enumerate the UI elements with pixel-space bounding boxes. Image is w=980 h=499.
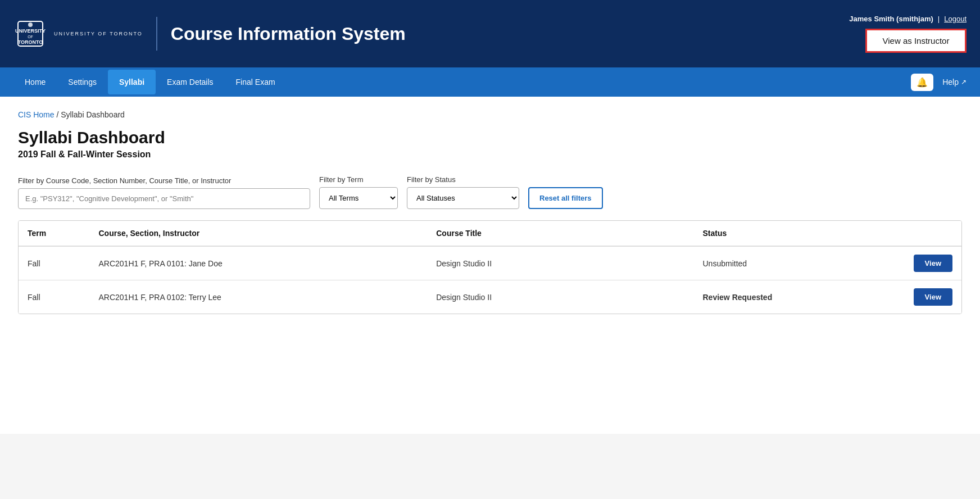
row-action: View xyxy=(872,246,961,280)
reset-filters-button[interactable]: Reset all filters xyxy=(528,187,603,209)
table-row: Fall ARC201H1 F, PRA 0101: Jane Doe Desi… xyxy=(19,246,961,280)
user-area: James Smith (smithjam) | Logout View as … xyxy=(849,15,967,53)
status-filter-select[interactable]: All Statuses Unsubmitted Review Requeste… xyxy=(407,187,519,209)
university-logo: UNIVERSITY OF TORONTO UNIVERSITY OF TORO… xyxy=(13,17,157,51)
row-term: Fall xyxy=(19,246,89,280)
breadcrumb: CIS Home / Syllabi Dashboard xyxy=(18,110,962,119)
filter-row: Filter by Course Code, Section Number, C… xyxy=(18,175,962,209)
table-body: Fall ARC201H1 F, PRA 0101: Jane Doe Desi… xyxy=(19,246,961,314)
col-header-course: Course, Section, Instructor xyxy=(89,221,427,246)
row-course: ARC201H1 F, PRA 0102: Terry Lee xyxy=(89,280,427,314)
syllabi-table-container: Term Course, Section, Instructor Course … xyxy=(18,220,962,314)
table-header-row: Term Course, Section, Instructor Course … xyxy=(19,221,961,246)
col-header-title: Course Title xyxy=(427,221,693,246)
bell-icon: 🔔 xyxy=(917,77,928,88)
row-action: View xyxy=(872,280,961,314)
col-header-term: Term xyxy=(19,221,89,246)
nav-right: 🔔 Help ↗ xyxy=(911,74,967,91)
svg-point-4 xyxy=(28,22,33,27)
nav-items: Home Settings Syllabi Exam Details Final… xyxy=(13,70,911,94)
row-title: Design Studio II xyxy=(427,280,693,314)
svg-text:OF: OF xyxy=(28,35,33,39)
row-term: Fall xyxy=(19,280,89,314)
status-filter-group: Filter by Status All Statuses Unsubmitte… xyxy=(407,175,519,209)
view-button-row1[interactable]: View xyxy=(914,288,952,306)
page-header: UNIVERSITY OF TORONTO UNIVERSITY OF TORO… xyxy=(0,0,980,67)
term-filter-group: Filter by Term All Terms Fall Winter Sum… xyxy=(319,175,398,209)
separator: | xyxy=(938,15,940,23)
search-filter-label: Filter by Course Code, Section Number, C… xyxy=(18,176,310,185)
table-row: Fall ARC201H1 F, PRA 0102: Terry Lee Des… xyxy=(19,280,961,314)
help-label: Help xyxy=(942,78,959,87)
nav-item-syllabi[interactable]: Syllabi xyxy=(108,70,156,94)
syllabi-table: Term Course, Section, Instructor Course … xyxy=(19,221,961,314)
page-title: Syllabi Dashboard xyxy=(18,128,962,147)
search-input[interactable] xyxy=(18,188,310,209)
main-content: CIS Home / Syllabi Dashboard Syllabi Das… xyxy=(0,97,980,434)
system-title: Course Information System xyxy=(171,24,849,44)
help-link[interactable]: Help ↗ xyxy=(942,78,967,87)
main-nav: Home Settings Syllabi Exam Details Final… xyxy=(0,67,980,97)
term-filter-label: Filter by Term xyxy=(319,175,398,184)
breadcrumb-current: Syllabi Dashboard xyxy=(61,110,125,119)
user-info: James Smith (smithjam) | Logout xyxy=(849,15,967,23)
search-filter-group: Filter by Course Code, Section Number, C… xyxy=(18,176,310,209)
page-subtitle: 2019 Fall & Fall-Winter Session xyxy=(18,149,962,160)
nav-item-settings[interactable]: Settings xyxy=(57,70,108,94)
row-course: ARC201H1 F, PRA 0101: Jane Doe xyxy=(89,246,427,280)
row-status: Unsubmitted xyxy=(694,246,872,280)
row-title: Design Studio II xyxy=(427,246,693,280)
status-filter-label: Filter by Status xyxy=(407,175,519,184)
term-filter-select[interactable]: All Terms Fall Winter Summer xyxy=(319,187,398,209)
nav-item-exam-details[interactable]: Exam Details xyxy=(156,70,224,94)
external-link-icon: ↗ xyxy=(961,78,967,86)
notifications-button[interactable]: 🔔 xyxy=(911,74,933,91)
uoft-logo-icon: UNIVERSITY OF TORONTO xyxy=(13,17,47,51)
nav-item-home[interactable]: Home xyxy=(13,70,57,94)
breadcrumb-home[interactable]: CIS Home xyxy=(18,110,55,119)
col-header-action xyxy=(872,221,961,246)
nav-item-final-exam[interactable]: Final Exam xyxy=(225,70,287,94)
user-name: James Smith (smithjam) xyxy=(849,15,933,23)
view-button-row0[interactable]: View xyxy=(914,255,952,272)
col-header-status: Status xyxy=(694,221,872,246)
svg-text:UNIVERSITY: UNIVERSITY xyxy=(15,28,46,34)
row-status: Review Requested xyxy=(694,280,872,314)
svg-text:TORONTO: TORONTO xyxy=(18,39,43,45)
logout-link[interactable]: Logout xyxy=(944,15,967,23)
view-as-instructor-button[interactable]: View as Instructor xyxy=(865,29,967,53)
filters-section: Filter by Course Code, Section Number, C… xyxy=(18,175,962,209)
university-label: UNIVERSITY OF TORONTO xyxy=(54,31,143,37)
